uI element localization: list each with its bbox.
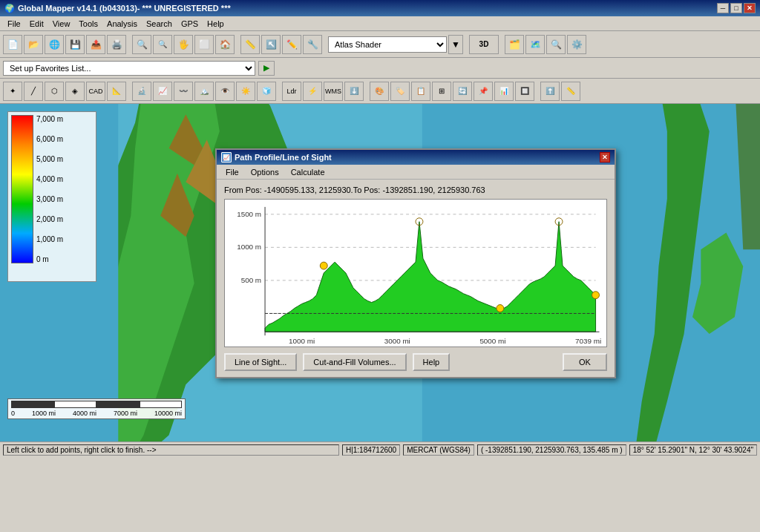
menu-gps[interactable]: GPS xyxy=(177,18,203,30)
dialog-menu-calculate[interactable]: Calculate xyxy=(285,166,331,178)
main-content: 7,000 m 6,000 m 5,000 m 4,000 m 3,000 m … xyxy=(0,104,760,441)
select-button[interactable]: ↖️ xyxy=(261,35,281,54)
menu-view[interactable]: View xyxy=(48,18,75,30)
sun-calc-button[interactable]: ☀️ xyxy=(236,82,255,101)
scale-4000: 4000 mi xyxy=(73,410,96,417)
node-edit-button[interactable]: ◈ xyxy=(65,82,85,101)
play-icon: ▶ xyxy=(263,63,269,73)
menu-bar: File Edit View Tools Analysis Search GPS… xyxy=(0,16,760,31)
svg-text:500 m: 500 m xyxy=(241,276,261,284)
new-button[interactable]: 📄 xyxy=(3,35,22,54)
draw-line-button[interactable]: ╱ xyxy=(24,82,43,101)
3d-analysis-button[interactable]: 🧊 xyxy=(257,82,276,101)
watershed-button[interactable]: 🏔️ xyxy=(194,82,214,101)
style-button[interactable]: 🎨 xyxy=(370,82,389,101)
zoom-in-button[interactable]: 🔍 xyxy=(132,35,151,54)
menu-analysis[interactable]: Analysis xyxy=(102,18,142,30)
help-button[interactable]: Help xyxy=(413,353,451,371)
dialog-icon: 📈 xyxy=(221,152,232,162)
app-title: Global Mapper v14.1 (b043013)- *** UNREG… xyxy=(18,4,717,13)
close-button[interactable]: ✕ xyxy=(744,3,756,13)
draw-point-button[interactable]: ✦ xyxy=(3,82,22,101)
cad-button[interactable]: CAD xyxy=(86,82,105,101)
pixel-info-button[interactable]: 🔬 xyxy=(132,82,151,101)
scale-bar-button[interactable]: 📏 xyxy=(561,82,580,101)
map-layout-button[interactable]: 🗺️ xyxy=(525,35,545,54)
toolbar-main: 📄 📂 🌐 💾 📤 🖨️ 🔍 🔍 🖐️ ⬜ 🏠 📏 ↖️ ✏️ 🔧 Atlas … xyxy=(0,31,760,58)
open-button[interactable]: 📂 xyxy=(24,35,43,54)
dialog-menu: File Options Calculate xyxy=(217,165,615,180)
menu-edit[interactable]: Edit xyxy=(25,18,48,30)
3d-view-button[interactable]: 3D xyxy=(469,35,499,54)
shader-dropdown[interactable]: Atlas Shader No Shader Slope Shader xyxy=(328,36,447,53)
scale-bar: 0 1000 mi 4000 mi 7000 mi 10000 mi xyxy=(7,398,186,419)
zoom-out-button[interactable]: 🔍 xyxy=(153,35,172,54)
chart-svg: 1500 m 1000 m 500 m xyxy=(225,200,606,347)
grid-button[interactable]: ⊞ xyxy=(432,82,451,101)
mosaic-button[interactable]: 🔲 xyxy=(515,82,534,101)
dialog-close-button[interactable]: ✕ xyxy=(600,152,610,162)
restore-button[interactable]: □ xyxy=(730,3,742,13)
svg-point-15 xyxy=(320,262,327,269)
scale-1000: 1000 mi xyxy=(32,410,56,417)
path-profile-button[interactable]: 📈 xyxy=(153,82,172,101)
scale-seg-1 xyxy=(11,401,54,408)
scale-10000: 10000 mi xyxy=(154,410,182,417)
north-arrow-button[interactable]: ⬆️ xyxy=(540,82,560,101)
web-button[interactable]: 🌐 xyxy=(45,35,64,54)
print-button[interactable]: 🖨️ xyxy=(107,35,126,54)
menu-help[interactable]: Help xyxy=(203,18,229,30)
legend-label-2000: 2,000 m xyxy=(36,215,63,223)
ok-button[interactable]: OK xyxy=(563,353,607,371)
menu-tools[interactable]: Tools xyxy=(74,18,102,30)
pan-button[interactable]: 🖐️ xyxy=(174,35,193,54)
download-button[interactable]: ⬇️ xyxy=(344,82,364,101)
minimize-button[interactable]: ─ xyxy=(717,3,729,13)
label-button[interactable]: 🏷️ xyxy=(390,82,410,101)
zoom-rect-button[interactable]: ⬜ xyxy=(194,35,214,54)
search-toolbar-button[interactable]: 🔍 xyxy=(546,35,566,54)
lidar-button[interactable]: Ldr xyxy=(282,82,301,101)
export-button[interactable]: 📤 xyxy=(86,35,105,54)
layer-control-button[interactable]: 🗂️ xyxy=(505,35,524,54)
menu-file[interactable]: File xyxy=(3,18,25,30)
wms-button[interactable]: WMS xyxy=(324,82,343,101)
menu-search[interactable]: Search xyxy=(142,18,177,30)
scale-seg-4 xyxy=(140,401,183,408)
legend-label-7000: 7,000 m xyxy=(36,115,63,123)
shader-config-button[interactable]: ▼ xyxy=(448,35,463,54)
reproject-button[interactable]: 🔄 xyxy=(453,82,472,101)
config-button[interactable]: ⚙️ xyxy=(567,35,586,54)
svg-text:5000 mi: 5000 mi xyxy=(479,337,505,345)
title-bar: 🌍 Global Mapper v14.1 (b043013)- *** UNR… xyxy=(0,0,760,16)
draw-area-button[interactable]: ⬡ xyxy=(45,82,64,101)
scale-seg-2 xyxy=(54,401,97,408)
calc-button[interactable]: 📐 xyxy=(107,82,126,101)
dialog-menu-file[interactable]: File xyxy=(220,166,245,178)
viewshed-button[interactable]: 👁️ xyxy=(215,82,235,101)
rectify-button[interactable]: 📌 xyxy=(474,82,493,101)
home-button[interactable]: 🏠 xyxy=(215,35,235,54)
analysis2-button[interactable]: 📊 xyxy=(494,82,514,101)
dialog-buttons: Line of Sight... Cut-and-Fill Volumes...… xyxy=(224,353,607,371)
favorites-dropdown[interactable]: Set up Favorites List... xyxy=(3,61,255,76)
save-button[interactable]: 💾 xyxy=(65,35,85,54)
edit-feature-button[interactable]: 🔧 xyxy=(303,35,322,54)
line-of-sight-button[interactable]: Line of Sight... xyxy=(224,353,297,371)
map-area[interactable]: 7,000 m 6,000 m 5,000 m 4,000 m 3,000 m … xyxy=(0,104,760,441)
status-dms: 18° 52' 15.2901" N, 12° 30' 43.9024" xyxy=(629,444,757,456)
cut-and-fill-button[interactable]: Cut-and-Fill Volumes... xyxy=(303,353,406,371)
favorites-play-button[interactable]: ▶ xyxy=(258,61,275,76)
elevation-chart: 1500 m 1000 m 500 m xyxy=(224,199,607,347)
contour-button[interactable]: 〰️ xyxy=(174,82,193,101)
layer-order-button[interactable]: 📋 xyxy=(411,82,430,101)
dialog-menu-options[interactable]: Options xyxy=(245,166,285,178)
advanced-button[interactable]: ⚡ xyxy=(303,82,322,101)
svg-text:1500 m: 1500 m xyxy=(237,210,261,218)
svg-point-18 xyxy=(555,218,563,226)
toolbar-secondary: ✦ ╱ ⬡ ◈ CAD 📐 🔬 📈 〰️ 🏔️ 👁️ ☀️ 🧊 Ldr ⚡ WM… xyxy=(0,79,760,104)
measure-button[interactable]: 📏 xyxy=(240,35,260,54)
digitize-button[interactable]: ✏️ xyxy=(282,35,301,54)
scale-seg-3 xyxy=(96,401,140,408)
legend-label-0: 0 m xyxy=(36,255,63,263)
